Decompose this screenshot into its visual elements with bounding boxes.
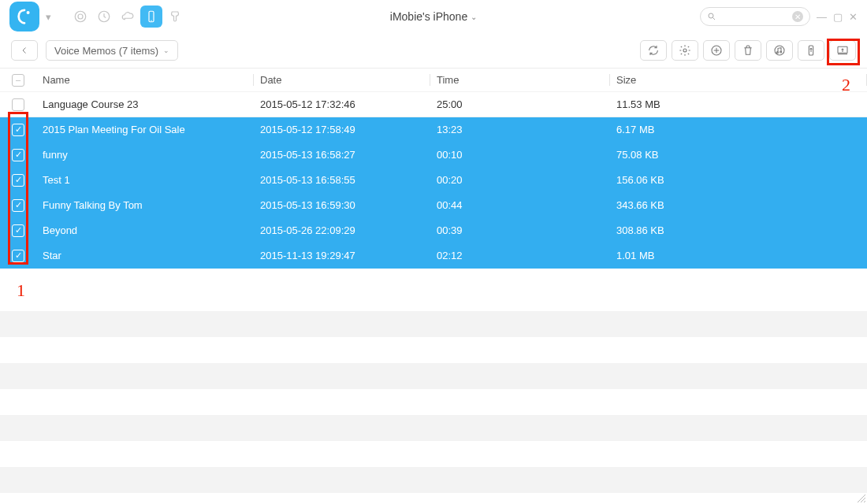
app-logo xyxy=(9,2,39,32)
table-row[interactable]: 2015 Plan Meeting For Oil Sale2015-05-12… xyxy=(0,117,867,143)
cell-name: Star xyxy=(36,250,254,261)
annotation-label-1: 1 xyxy=(17,280,25,301)
add-button[interactable] xyxy=(703,40,730,61)
cell-size: 1.01 MB xyxy=(610,250,867,261)
to-device-button[interactable] xyxy=(798,40,824,61)
tab-cloud[interactable] xyxy=(117,6,139,28)
svg-line-7 xyxy=(713,18,716,20)
minimize-button[interactable]: — xyxy=(817,11,827,23)
cell-name: funny xyxy=(36,149,254,161)
row-checkbox[interactable] xyxy=(12,124,24,136)
cell-size: 11.53 MB xyxy=(610,98,867,110)
tab-clock[interactable] xyxy=(93,6,115,28)
breadcrumb-label: Voice Memos (7 items) xyxy=(54,45,158,57)
table-header-row: Name Date Time Size xyxy=(0,69,867,92)
cell-date: 2015-05-26 22:09:29 xyxy=(254,224,430,236)
cell-name: Test 1 xyxy=(36,174,254,186)
settings-button[interactable] xyxy=(672,40,698,61)
row-checkbox[interactable] xyxy=(12,174,24,187)
breadcrumb[interactable]: Voice Memos (7 items) ⌄ xyxy=(46,40,178,61)
table-row[interactable]: Funny Talking By Tom2015-05-13 16:59:300… xyxy=(0,193,867,218)
svg-point-6 xyxy=(709,13,713,18)
refresh-button[interactable] xyxy=(640,40,667,61)
table-row[interactable]: Language Course 232015-05-12 17:32:4625:… xyxy=(0,92,867,117)
close-button[interactable]: ✕ xyxy=(849,11,858,23)
cell-time: 00:10 xyxy=(430,149,610,161)
clear-search-icon[interactable]: ✕ xyxy=(792,11,803,22)
table-row[interactable]: Star2015-11-13 19:29:4702:121.01 MB xyxy=(0,243,867,269)
cell-size: 75.08 KB xyxy=(610,149,867,161)
resize-grip-icon[interactable] xyxy=(856,493,865,502)
cell-name: 2015 Plan Meeting For Oil Sale xyxy=(36,124,254,135)
svg-point-2 xyxy=(78,14,83,19)
cell-time: 00:39 xyxy=(430,224,610,236)
maximize-button[interactable]: ▢ xyxy=(833,11,843,23)
cell-time: 00:44 xyxy=(430,199,610,211)
cell-size: 156.06 KB xyxy=(610,174,867,186)
titlebar: ▾ iMobie's iPhone ⌄ ✕ — ▢ ✕ xyxy=(0,0,867,33)
table-row[interactable]: funny2015-05-13 16:58:2700:1075.08 KB xyxy=(0,143,867,168)
cell-date: 2015-05-13 16:59:30 xyxy=(254,199,430,211)
row-checkbox[interactable] xyxy=(12,224,24,237)
tab-device[interactable] xyxy=(140,6,162,28)
window-controls: — ▢ ✕ xyxy=(817,11,858,23)
col-header-date[interactable]: Date xyxy=(254,74,430,86)
device-selector[interactable]: iMobie's iPhone ⌄ xyxy=(390,10,477,23)
cell-date: 2015-05-13 16:58:55 xyxy=(254,174,430,186)
table-row[interactable]: Test 12015-05-13 16:58:5500:20156.06 KB xyxy=(0,168,867,193)
back-button[interactable] xyxy=(11,40,38,61)
cell-time: 02:12 xyxy=(430,250,610,261)
search-input[interactable]: ✕ xyxy=(700,7,810,26)
memo-table: Name Date Time Size Language Course 2320… xyxy=(0,68,867,269)
cell-date: 2015-11-13 19:29:47 xyxy=(254,250,430,261)
row-checkbox[interactable] xyxy=(12,98,24,111)
chevron-down-icon: ⌄ xyxy=(471,13,477,21)
cell-time: 13:23 xyxy=(430,124,610,135)
cell-size: 343.66 KB xyxy=(610,199,867,211)
svg-point-1 xyxy=(75,11,86,22)
table-row[interactable]: Beyond2015-05-26 22:09:2900:39308.86 KB xyxy=(0,218,867,243)
tab-apps[interactable] xyxy=(164,6,186,28)
col-header-time[interactable]: Time xyxy=(430,74,610,86)
col-header-name[interactable]: Name xyxy=(36,74,254,86)
svg-point-8 xyxy=(683,49,687,52)
chevron-down-icon: ⌄ xyxy=(163,46,169,54)
cell-date: 2015-05-12 17:58:49 xyxy=(254,124,430,135)
cell-size: 308.86 KB xyxy=(610,224,867,236)
cell-name: Beyond xyxy=(36,224,254,236)
row-checkbox[interactable] xyxy=(12,250,24,262)
cell-size: 6.17 MB xyxy=(610,124,867,135)
top-category-tabs xyxy=(69,6,186,28)
row-checkbox[interactable] xyxy=(12,199,24,212)
row-checkbox[interactable] xyxy=(12,149,24,161)
cell-name: Funny Talking By Tom xyxy=(36,199,254,211)
device-title-text: iMobie's iPhone xyxy=(390,10,467,23)
cell-time: 25:00 xyxy=(430,98,610,110)
annotation-label-2: 2 xyxy=(842,75,850,95)
to-itunes-button[interactable] xyxy=(766,40,793,61)
svg-point-13 xyxy=(776,52,778,54)
delete-button[interactable] xyxy=(735,40,761,61)
cell-date: 2015-05-13 16:58:27 xyxy=(254,149,430,161)
cell-date: 2015-05-12 17:32:46 xyxy=(254,98,430,110)
cell-name: Language Course 23 xyxy=(36,98,254,110)
select-all-checkbox[interactable] xyxy=(12,74,24,87)
cell-time: 00:20 xyxy=(430,174,610,186)
search-icon xyxy=(707,12,716,21)
svg-point-12 xyxy=(775,46,784,55)
svg-point-0 xyxy=(27,11,30,14)
logo-dropdown-dot-icon[interactable]: ▾ xyxy=(41,9,55,24)
col-header-size[interactable]: Size xyxy=(610,74,867,86)
toolbar: Voice Memos (7 items) ⌄ xyxy=(0,33,867,68)
to-computer-button[interactable] xyxy=(829,40,856,61)
tab-music[interactable] xyxy=(69,6,91,28)
